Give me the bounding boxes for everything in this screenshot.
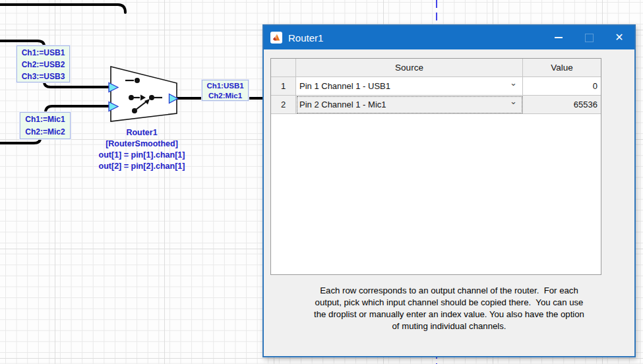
header-value: Value (523, 59, 601, 77)
minimize-icon (555, 37, 563, 38)
row-number-cell[interactable]: 1 (271, 77, 296, 96)
block-caption: Router1 [RouterSmoothed] out[1] = pin[1]… (73, 127, 211, 172)
router-block[interactable] (111, 67, 177, 121)
table-row: 2 Pin 2 Channel 1 - Mic1 ⌄ 65536 (271, 96, 601, 114)
help-line: output, pick which input channel should … (264, 297, 634, 309)
close-icon: ✕ (615, 32, 623, 43)
source-value: Pin 1 Channel 1 - USB1 (299, 81, 390, 91)
close-button[interactable]: ✕ (604, 26, 634, 49)
label-line: Ch2:=USB2 (17, 59, 69, 71)
dialog-title: Router1 (288, 32, 543, 44)
wire-usb-to-pin1 (44, 82, 111, 87)
label-line: Ch1:USB1 (202, 81, 248, 91)
label-line: Ch3:=USB3 (17, 71, 69, 82)
table-row: 1 Pin 1 Channel 1 - USB1 ⌄ 0 (271, 77, 601, 96)
header-source: Source (296, 59, 523, 77)
label-line: Ch2:Mic1 (202, 91, 248, 101)
minimize-button[interactable] (543, 26, 574, 49)
wire-top (0, 5, 125, 13)
dialog-titlebar[interactable]: Router1 ✕ (264, 26, 634, 49)
block-class: [RouterSmoothed] (73, 138, 211, 150)
block-name: Router1 (73, 127, 211, 138)
help-line: the droplist or manually enter an index … (264, 309, 634, 320)
source-dropdown-cell[interactable]: Pin 2 Channel 1 - Mic1 ⌄ (296, 96, 523, 114)
schematic-canvas: Ch1:=USB1 Ch2:=USB2 Ch3:=USB3 Ch1:=Mic1 … (0, 0, 643, 364)
router1-dialog: Router1 ✕ Source Value 1 (262, 24, 636, 357)
source-dropdown-cell[interactable]: Pin 1 Channel 1 - USB1 ⌄ (296, 77, 523, 96)
channel-label-output[interactable]: Ch1:USB1 Ch2:Mic1 (202, 80, 249, 101)
source-value: Pin 2 Channel 1 - Mic1 (299, 100, 386, 109)
wire-mic-in (0, 138, 40, 143)
label-line: Ch1:=USB1 (17, 47, 69, 59)
label-line: Ch2:=Mic2 (20, 126, 70, 138)
table-header-row: Source Value (271, 59, 601, 77)
chevron-down-icon[interactable]: ⌄ (510, 96, 517, 106)
block-equation-1: out[1] = pin[1].chan[1] (73, 150, 211, 161)
dialog-body: Source Value 1 Pin 1 Channel 1 - USB1 ⌄ … (264, 49, 634, 356)
matlab-app-icon (270, 32, 282, 44)
maximize-icon (585, 34, 594, 42)
value-cell[interactable]: 65536 (523, 96, 601, 114)
routing-table: Source Value 1 Pin 1 Channel 1 - USB1 ⌄ … (270, 58, 601, 275)
block-equation-2: out[2] = pin[2].chan[1] (73, 161, 211, 172)
label-line: Ch1:=Mic1 (20, 113, 70, 126)
help-line: of muting individual channels. (264, 320, 634, 332)
matlab-logo-icon (272, 33, 281, 42)
help-line: Each row corresponds to an output channe… (264, 285, 634, 297)
channel-label-mic[interactable]: Ch1:=Mic1 Ch2:=Mic2 (20, 112, 71, 139)
maximize-button[interactable] (574, 26, 604, 49)
header-row-number (271, 59, 296, 77)
row-number-cell[interactable]: 2 (271, 96, 296, 114)
help-text: Each row corresponds to an output channe… (264, 285, 634, 332)
value-cell[interactable]: 0 (523, 77, 601, 96)
chevron-down-icon[interactable]: ⌄ (510, 78, 517, 88)
channel-label-usb[interactable]: Ch1:=USB1 Ch2:=USB2 Ch3:=USB3 (16, 46, 70, 82)
